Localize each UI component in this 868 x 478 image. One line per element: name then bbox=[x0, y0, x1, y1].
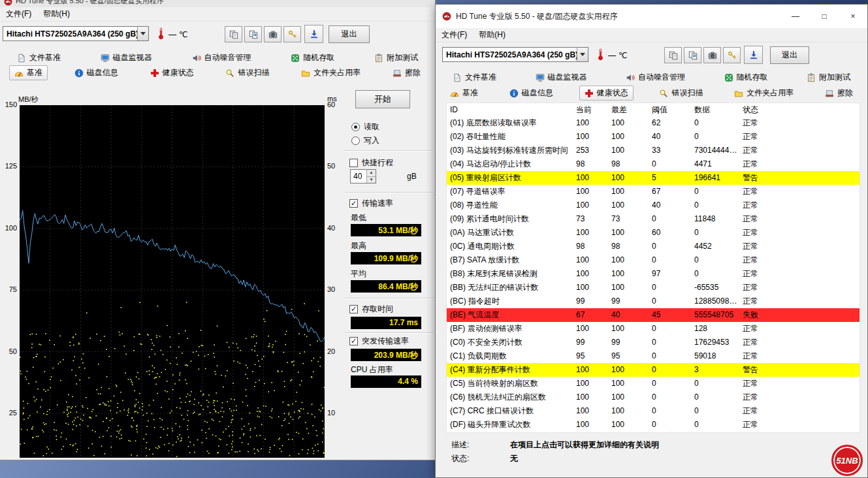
attribute-current: 100 bbox=[576, 281, 611, 295]
drive-select[interactable]: Hitachi HTS725025A9A364 (250 gB) bbox=[442, 47, 588, 62]
attribute-current: 100 bbox=[576, 253, 611, 267]
tab-label: 磁盘信息 bbox=[522, 88, 553, 99]
chevron-down-icon[interactable] bbox=[137, 27, 148, 40]
attribute-data: 555548705 bbox=[694, 308, 743, 322]
menu-file[interactable]: 文件(F) bbox=[436, 29, 473, 40]
tab-random-access[interactable]: 随机存取 bbox=[719, 70, 773, 85]
attribute-worst: 100 bbox=[611, 267, 652, 281]
health-table-row[interactable]: (BC) 指令超时 99 99 0 12885098… 正常 bbox=[447, 295, 860, 308]
exit-button[interactable]: 退出 bbox=[329, 25, 370, 43]
tab-disk-info[interactable]: 磁盘信息 bbox=[69, 65, 123, 80]
screenshot-button[interactable] bbox=[264, 26, 281, 42]
spinner-down-icon[interactable]: ▼ bbox=[367, 176, 376, 183]
tab-aam[interactable]: 自动噪音管理 bbox=[187, 50, 257, 65]
disk-monitor-icon bbox=[536, 73, 545, 82]
health-table-row[interactable]: (C4) 重新分配事件计数 100 100 0 3 警告 bbox=[447, 363, 860, 377]
tab-erase[interactable]: 擦除 bbox=[387, 65, 426, 80]
burst-rate-checkbox[interactable]: ✓突发传输速率 bbox=[349, 336, 409, 347]
health-table-row[interactable]: (08) 寻道性能 100 100 40 0 正常 bbox=[447, 199, 860, 212]
tab-error-scan[interactable]: 错误扫描 bbox=[654, 86, 708, 101]
hdtune-window-left: HD Tune 专业版 5.50 - 硬盘/固态硬盘实用程序 文件(F) 帮助(… bbox=[0, 0, 436, 460]
health-table-row[interactable]: (07) 寻道错误率 100 100 67 0 正常 bbox=[447, 185, 860, 199]
menu-help[interactable]: 帮助(H) bbox=[473, 29, 511, 40]
column-header-data: 数据 bbox=[694, 103, 743, 116]
health-table-row[interactable]: (04) 马达启动/停止计数 98 98 0 4471 正常 bbox=[447, 157, 860, 171]
tab-benchmark[interactable]: 基准 bbox=[445, 86, 483, 101]
read-radio[interactable]: 读取 bbox=[351, 121, 379, 133]
health-table-row[interactable]: (C7) CRC 接口错误计数 100 100 0 0 正常 bbox=[447, 404, 860, 418]
tab-disk-monitor[interactable]: 磁盘监视器 bbox=[530, 70, 592, 85]
health-table-row[interactable]: (B7) SATA 放缓计数 100 100 0 0 正常 bbox=[447, 253, 860, 267]
tab-error-scan[interactable]: 错误扫描 bbox=[220, 65, 274, 80]
short-stroke-checkbox[interactable]: ✓快捷行程 bbox=[349, 157, 393, 168]
tab-file-benchmark[interactable]: 文件基准 bbox=[12, 50, 66, 65]
tab-health[interactable]: 健康状态 bbox=[145, 65, 199, 80]
attribute-name: (03) 马达旋转到标准转速所需时间 bbox=[447, 144, 576, 157]
health-table-row[interactable]: (03) 马达旋转到标准转速所需时间 253 100 33 73014444… … bbox=[447, 144, 860, 157]
options-button[interactable] bbox=[283, 26, 301, 42]
copy-text-button[interactable] bbox=[225, 26, 242, 42]
options-button[interactable] bbox=[723, 47, 741, 63]
tab-erase[interactable]: 擦除 bbox=[820, 86, 858, 101]
separator bbox=[345, 192, 434, 193]
attribute-status: 正常 bbox=[743, 349, 780, 363]
drive-select[interactable]: Hitachi HTS725025A9A364 (250 gB) bbox=[3, 26, 149, 41]
health-table-row[interactable]: (01) 底层数据读取错误率 100 100 62 0 正常 bbox=[447, 116, 860, 130]
attribute-data: 0 bbox=[694, 226, 743, 240]
attribute-status: 正常 bbox=[743, 322, 780, 336]
health-table-row[interactable]: (BB) 无法纠正的错误计数 100 100 0 -65535 正常 bbox=[447, 281, 860, 295]
write-radio[interactable]: 写入 bbox=[351, 135, 379, 146]
save-results-button[interactable] bbox=[304, 25, 323, 43]
start-button[interactable]: 开始 bbox=[355, 90, 410, 108]
spinner-up-icon[interactable]: ▲ bbox=[367, 170, 376, 176]
copy-image-button[interactable] bbox=[684, 47, 701, 63]
title-bar[interactable]: HD Tune 专业版 5.50 - 硬盘/固态硬盘实用程序 — □ × bbox=[436, 5, 867, 28]
tab-disk-info[interactable]: 磁盘信息 bbox=[504, 86, 558, 101]
health-table-row[interactable]: (BF) 震动侦测错误率 100 100 0 128 正常 bbox=[447, 322, 860, 336]
title-bar[interactable]: HD Tune 专业版 5.50 - 硬盘/固态硬盘实用程序 bbox=[0, 0, 435, 7]
health-table-row[interactable]: (C5) 当前待映射的扇区数 100 100 0 0 正常 bbox=[447, 377, 860, 390]
tab-random-access[interactable]: 随机存取 bbox=[285, 50, 340, 65]
tab-health[interactable]: 健康状态 bbox=[579, 86, 634, 101]
tab-benchmark[interactable]: 基准 bbox=[9, 65, 48, 80]
chevron-down-icon[interactable] bbox=[577, 48, 588, 61]
maximize-button[interactable]: □ bbox=[810, 5, 839, 28]
transfer-rate-checkbox[interactable]: ✓传输速率 bbox=[349, 198, 393, 209]
checkbox-icon: ✓ bbox=[349, 305, 358, 313]
thermometer-icon bbox=[596, 46, 605, 63]
aam-speaker-icon bbox=[626, 73, 635, 82]
health-table-row[interactable]: (09) 累计通电时间计数 73 73 0 11848 正常 bbox=[447, 212, 860, 226]
health-table-row[interactable]: (C0) 不安全关闭计数 99 99 0 17629453 正常 bbox=[447, 336, 860, 349]
health-table-row[interactable]: (B8) 末尾到末尾错误检测 100 100 97 0 正常 bbox=[447, 267, 860, 281]
health-table-row[interactable]: (0C) 通电周期计数 98 98 0 4452 正常 bbox=[447, 240, 860, 253]
attribute-current: 95 bbox=[576, 349, 611, 363]
health-table-row[interactable]: (DF) 磁头升降重试次数 100 100 0 0 正常 bbox=[447, 418, 860, 432]
attribute-current: 67 bbox=[576, 308, 611, 322]
access-time-checkbox[interactable]: ✓存取时间 bbox=[349, 304, 393, 315]
menu-file[interactable]: 文件(F) bbox=[0, 8, 37, 20]
copy-text-icon bbox=[669, 51, 678, 60]
health-table-row[interactable]: (05) 重映射扇区计数 100 100 5 196641 警告 bbox=[447, 171, 860, 185]
minimize-button[interactable]: — bbox=[781, 5, 810, 28]
short-stroke-spinner[interactable]: 40 ▲▼ bbox=[350, 169, 376, 183]
51nb-logo: 51NB bbox=[831, 445, 863, 476]
tab-aam[interactable]: 自动噪音管理 bbox=[620, 70, 690, 85]
health-table-row[interactable]: (C1) 负载周期数 95 95 0 59018 正常 bbox=[447, 349, 860, 363]
tab-disk-monitor[interactable]: 磁盘监视器 bbox=[95, 50, 157, 65]
save-results-button[interactable] bbox=[744, 46, 763, 64]
health-table-row[interactable]: (02) 吞吐量性能 100 100 40 0 正常 bbox=[447, 130, 860, 144]
tab-extra-tests[interactable]: 附加测试 bbox=[369, 50, 423, 65]
tab-folder-usage[interactable]: 文件夹占用率 bbox=[729, 86, 799, 101]
health-table-row[interactable]: (BE) 气流温度 67 40 45 555548705 失败 bbox=[447, 308, 860, 322]
menu-help[interactable]: 帮助(H) bbox=[37, 8, 76, 20]
tab-file-benchmark[interactable]: 文件基准 bbox=[447, 70, 502, 85]
screenshot-button[interactable] bbox=[703, 47, 721, 63]
copy-image-button[interactable] bbox=[244, 26, 262, 42]
health-table-row[interactable]: (C6) 脱机无法纠正的扇区数 100 100 0 0 正常 bbox=[447, 390, 860, 404]
health-table-row[interactable]: (0A) 马达重试计数 100 100 60 0 正常 bbox=[447, 226, 860, 240]
tab-folder-usage[interactable]: 文件夹占用率 bbox=[296, 65, 366, 80]
exit-button[interactable]: 退出 bbox=[770, 46, 809, 64]
copy-text-button[interactable] bbox=[664, 47, 682, 63]
tab-extra-tests[interactable]: 附加测试 bbox=[801, 70, 856, 85]
close-button[interactable]: × bbox=[839, 5, 867, 28]
